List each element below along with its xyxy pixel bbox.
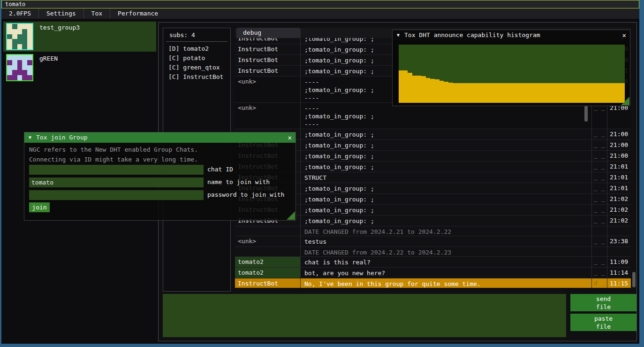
avatar-pixel [17,34,23,39]
resize-grip[interactable] [621,97,629,105]
histogram-bar [516,83,521,103]
menu-performance[interactable]: Performance [110,8,166,19]
avatar-pixel [7,65,12,70]
peer-item[interactable]: [C] green_qtox [163,62,230,72]
chat-scrollbar[interactable] [632,272,636,287]
avatar-pixel [17,29,23,34]
histogram-bar [485,83,489,103]
message-text: ----;tomato_in_group: ;---- [301,103,592,129]
avatar-pixel [27,39,32,44]
histogram-bar [602,83,607,103]
menu-tox[interactable]: Tox [84,8,110,19]
tab-debug[interactable]: debug [236,28,301,38]
chat-id-label: chat ID [207,166,233,173]
receipt-marks: _ _ [592,183,607,193]
avatar-pixel [27,29,32,34]
message-text: bot, are you new here? [301,268,592,278]
collapse-icon[interactable]: ▼ [29,132,31,143]
timestamp: 21:02 [607,205,631,215]
message-text: ;tomato_in_group: ; [301,194,592,204]
paste-file-button[interactable]: paste file [570,314,636,331]
join-info-line: NGC refers to the New DHT enabled Group … [29,146,198,153]
message-row[interactable]: DATE CHANGED from 2024.2.21 to 2024.2.22 [235,226,631,236]
timestamp: 23:38 [607,236,631,247]
message-row[interactable]: <unk>testus_ _23:38 [235,236,631,247]
separator [166,41,227,42]
message-row[interactable]: <unk>----;tomato_in_group: ;----_ _21:00 [235,103,631,129]
peer-item[interactable]: [C] InstructBot [163,72,230,81]
peer-item[interactable]: [D] tomato2 [163,44,230,53]
group-name: gREEN [39,55,58,62]
group-row-gREEN[interactable]: gREEN [3,53,156,81]
send-file-button[interactable]: send file [570,294,636,311]
join-button[interactable]: join [29,202,50,212]
join-info-line: Connecting via ID might take a very long… [29,156,198,163]
peer-item[interactable]: [C] potato [163,53,230,62]
avatar-pixel [22,60,27,65]
sender-name: InstructBot [235,55,301,65]
sender-name [235,247,301,256]
sender-name: InstructBot [235,66,301,76]
avatar-pixel [22,24,27,29]
sender-name: tomato2 [235,268,301,278]
dht-histogram-window: ▼ Tox DHT announce capability histogram … [392,30,630,106]
histogram-bar [584,83,589,103]
close-icon[interactable]: ✕ [288,132,292,143]
avatar-pixel [17,70,23,75]
histogram-bar [462,83,467,103]
message-text: No, I've been in this group for quite so… [301,278,592,288]
avatar-pixel [12,44,17,49]
message-pane-scrollbar[interactable] [584,106,588,122]
histogram-bar [566,83,571,103]
chat-id-field[interactable] [29,165,204,175]
dht-histogram-plot [399,45,625,103]
histogram-bar [507,83,512,103]
join-name-field[interactable] [29,177,204,187]
histogram-bar [399,70,403,103]
avatar-pixel [22,34,27,39]
histogram-bar [561,83,566,103]
app-window: tomato 2.0FPS Settings Tox Performance t… [1,0,639,344]
receipt-marks: _ _ [592,151,607,161]
group-row-test_group3[interactable]: test_group3 [3,22,156,52]
avatar-pixel [27,55,32,60]
sender-name: <unk> [235,103,301,129]
message-row[interactable]: tomato2chat is this real?_ _11:09 [235,257,631,268]
histogram-bar [553,83,557,103]
sender-name [235,226,301,236]
join-group-titlebar[interactable]: ▼ Tox join Group ✕ [24,132,295,143]
window-titlebar[interactable]: tomato [1,0,639,8]
join-password-label: password to join with [207,191,284,198]
avatar-pixel [12,60,17,65]
join-group-window: ▼ Tox join Group ✕ NGC refers to the New… [24,132,296,221]
timestamp: 21:02 [607,216,631,226]
avatar-pixel [7,44,12,49]
histogram-bar [539,83,544,103]
histogram-bar [471,83,476,103]
message-row[interactable]: InstructBotNo, I've been in this group f… [235,278,631,288]
resize-grip[interactable] [287,211,295,220]
avatar-pixel [17,44,23,49]
close-icon[interactable]: ✕ [622,30,626,40]
timestamp: 21:01 [607,183,631,193]
histogram-bar [421,76,426,103]
histogram-bar [548,83,553,103]
message-row[interactable]: DATE CHANGED from 2024.2.22 to 2024.2.23 [235,247,631,257]
histogram-bar [498,83,503,103]
histogram-bar [593,83,598,103]
message-row[interactable]: tomato2bot, are you new here?_ _11:14 [235,268,631,278]
histogram-bar [408,73,412,103]
receipt-marks: _ _ [592,129,607,139]
join-password-field[interactable] [29,190,204,200]
receipt-marks: _ _ [592,194,607,204]
message-input[interactable] [163,294,566,337]
receipt-marks: _ _ [592,162,607,172]
histogram-bar [534,83,539,103]
menu-settings[interactable]: Settings [39,8,83,19]
timestamp [607,247,631,256]
histogram-bar [444,82,448,103]
dht-histogram-titlebar[interactable]: ▼ Tox DHT announce capability histogram … [393,30,630,40]
menu-bar: 2.0FPS Settings Tox Performance [1,8,639,19]
collapse-icon[interactable]: ▼ [397,30,400,40]
histogram-bar [426,78,431,103]
